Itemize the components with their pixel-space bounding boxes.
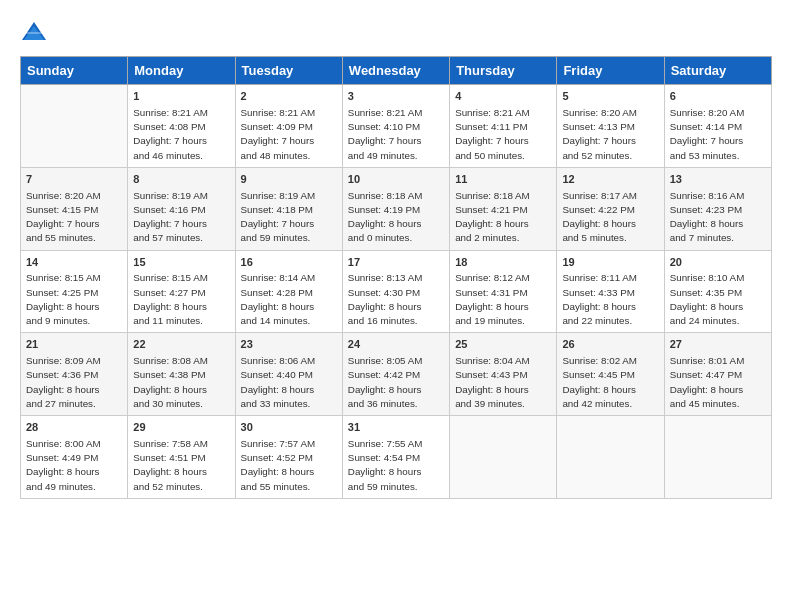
day-info-line: Sunset: 4:49 PM — [26, 451, 122, 465]
day-info-line: Sunrise: 8:15 AM — [26, 271, 122, 285]
day-info-line: Daylight: 8 hours — [348, 300, 444, 314]
week-row-3: 14Sunrise: 8:15 AMSunset: 4:25 PMDayligh… — [21, 250, 772, 333]
calendar-cell: 4Sunrise: 8:21 AMSunset: 4:11 PMDaylight… — [450, 85, 557, 168]
day-info-line: Sunset: 4:35 PM — [670, 286, 766, 300]
day-info-line: Sunset: 4:52 PM — [241, 451, 337, 465]
calendar-cell — [21, 85, 128, 168]
day-number: 12 — [562, 172, 658, 188]
day-info-line: Sunrise: 8:01 AM — [670, 354, 766, 368]
day-info-line: and 49 minutes. — [26, 480, 122, 494]
calendar-cell: 7Sunrise: 8:20 AMSunset: 4:15 PMDaylight… — [21, 167, 128, 250]
day-info-line: and 53 minutes. — [670, 149, 766, 163]
calendar-cell: 25Sunrise: 8:04 AMSunset: 4:43 PMDayligh… — [450, 333, 557, 416]
calendar-cell: 17Sunrise: 8:13 AMSunset: 4:30 PMDayligh… — [342, 250, 449, 333]
day-info-line: Sunset: 4:30 PM — [348, 286, 444, 300]
day-info-line: Daylight: 8 hours — [562, 217, 658, 231]
day-info-line: Sunset: 4:51 PM — [133, 451, 229, 465]
calendar-cell: 29Sunrise: 7:58 AMSunset: 4:51 PMDayligh… — [128, 416, 235, 499]
day-info-line: Sunrise: 7:57 AM — [241, 437, 337, 451]
day-info-line: Daylight: 8 hours — [133, 465, 229, 479]
day-info-line: Daylight: 8 hours — [455, 300, 551, 314]
day-info-line: and 45 minutes. — [670, 397, 766, 411]
day-info-line: Sunset: 4:31 PM — [455, 286, 551, 300]
day-info-line: Sunrise: 8:18 AM — [348, 189, 444, 203]
calendar-cell: 30Sunrise: 7:57 AMSunset: 4:52 PMDayligh… — [235, 416, 342, 499]
calendar-cell: 22Sunrise: 8:08 AMSunset: 4:38 PMDayligh… — [128, 333, 235, 416]
day-info-line: Daylight: 7 hours — [562, 134, 658, 148]
day-info-line: Sunrise: 8:13 AM — [348, 271, 444, 285]
day-info-line: Sunrise: 8:11 AM — [562, 271, 658, 285]
day-number: 27 — [670, 337, 766, 353]
day-info-line: Daylight: 8 hours — [133, 383, 229, 397]
day-number: 10 — [348, 172, 444, 188]
day-info-line: Daylight: 7 hours — [133, 134, 229, 148]
day-number: 26 — [562, 337, 658, 353]
calendar-cell: 6Sunrise: 8:20 AMSunset: 4:14 PMDaylight… — [664, 85, 771, 168]
day-info-line: Sunrise: 8:00 AM — [26, 437, 122, 451]
day-info-line: Daylight: 7 hours — [455, 134, 551, 148]
calendar-cell — [664, 416, 771, 499]
calendar-cell: 10Sunrise: 8:18 AMSunset: 4:19 PMDayligh… — [342, 167, 449, 250]
day-info-line: Daylight: 8 hours — [455, 383, 551, 397]
day-info-line: Sunrise: 8:08 AM — [133, 354, 229, 368]
calendar-cell: 28Sunrise: 8:00 AMSunset: 4:49 PMDayligh… — [21, 416, 128, 499]
day-info-line: Sunset: 4:42 PM — [348, 368, 444, 382]
day-info-line: Sunset: 4:27 PM — [133, 286, 229, 300]
day-info-line: and 11 minutes. — [133, 314, 229, 328]
day-info-line: Daylight: 8 hours — [562, 300, 658, 314]
day-info-line: Sunset: 4:10 PM — [348, 120, 444, 134]
calendar-cell: 13Sunrise: 8:16 AMSunset: 4:23 PMDayligh… — [664, 167, 771, 250]
day-info-line: Sunrise: 8:19 AM — [133, 189, 229, 203]
day-info-line: and 14 minutes. — [241, 314, 337, 328]
day-number: 19 — [562, 255, 658, 271]
day-number: 24 — [348, 337, 444, 353]
logo-icon — [20, 18, 48, 46]
day-number: 22 — [133, 337, 229, 353]
day-info-line: and 16 minutes. — [348, 314, 444, 328]
calendar-cell: 27Sunrise: 8:01 AMSunset: 4:47 PMDayligh… — [664, 333, 771, 416]
day-info-line: and 55 minutes. — [26, 231, 122, 245]
day-info-line: Sunrise: 8:21 AM — [241, 106, 337, 120]
day-info-line: Daylight: 7 hours — [670, 134, 766, 148]
day-info-line: Sunrise: 8:21 AM — [455, 106, 551, 120]
day-number: 25 — [455, 337, 551, 353]
day-info-line: Daylight: 8 hours — [455, 217, 551, 231]
day-number: 4 — [455, 89, 551, 105]
day-info-line: Sunset: 4:15 PM — [26, 203, 122, 217]
col-header-tuesday: Tuesday — [235, 57, 342, 85]
day-info-line: Daylight: 8 hours — [26, 300, 122, 314]
week-row-1: 1Sunrise: 8:21 AMSunset: 4:08 PMDaylight… — [21, 85, 772, 168]
day-info-line: Daylight: 8 hours — [241, 383, 337, 397]
day-info-line: Sunrise: 8:14 AM — [241, 271, 337, 285]
day-info-line: and 50 minutes. — [455, 149, 551, 163]
col-header-thursday: Thursday — [450, 57, 557, 85]
day-info-line: and 30 minutes. — [133, 397, 229, 411]
day-info-line: Daylight: 8 hours — [348, 465, 444, 479]
day-number: 28 — [26, 420, 122, 436]
calendar-cell: 18Sunrise: 8:12 AMSunset: 4:31 PMDayligh… — [450, 250, 557, 333]
calendar-cell: 8Sunrise: 8:19 AMSunset: 4:16 PMDaylight… — [128, 167, 235, 250]
day-info-line: Sunrise: 8:05 AM — [348, 354, 444, 368]
day-number: 1 — [133, 89, 229, 105]
day-info-line: and 57 minutes. — [133, 231, 229, 245]
day-number: 15 — [133, 255, 229, 271]
day-info-line: Daylight: 8 hours — [133, 300, 229, 314]
day-info-line: and 59 minutes. — [348, 480, 444, 494]
day-info-line: Sunset: 4:09 PM — [241, 120, 337, 134]
day-info-line: and 48 minutes. — [241, 149, 337, 163]
day-info-line: and 24 minutes. — [670, 314, 766, 328]
svg-rect-2 — [26, 32, 42, 34]
day-info-line: Daylight: 7 hours — [241, 134, 337, 148]
day-info-line: Sunrise: 7:55 AM — [348, 437, 444, 451]
day-info-line: Daylight: 8 hours — [670, 217, 766, 231]
day-info-line: Sunset: 4:22 PM — [562, 203, 658, 217]
day-info-line: Daylight: 8 hours — [348, 217, 444, 231]
day-info-line: and 2 minutes. — [455, 231, 551, 245]
day-info-line: Sunrise: 8:18 AM — [455, 189, 551, 203]
day-info-line: Sunrise: 8:20 AM — [562, 106, 658, 120]
day-info-line: Sunrise: 8:02 AM — [562, 354, 658, 368]
day-info-line: and 5 minutes. — [562, 231, 658, 245]
calendar-cell: 26Sunrise: 8:02 AMSunset: 4:45 PMDayligh… — [557, 333, 664, 416]
day-info-line: Daylight: 8 hours — [670, 300, 766, 314]
day-info-line: Sunset: 4:45 PM — [562, 368, 658, 382]
